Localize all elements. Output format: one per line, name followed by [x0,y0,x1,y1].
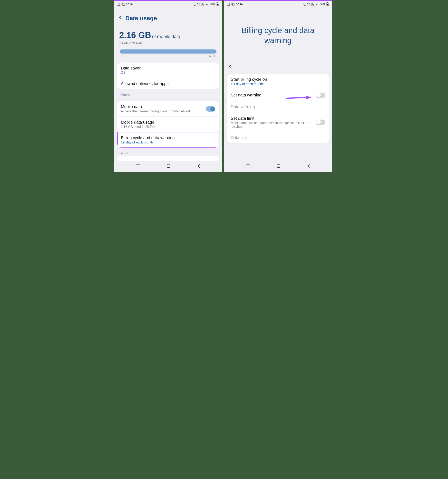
data-limit-label: Data limit [231,135,325,140]
row-data-warning: Data warning [227,101,329,113]
svg-rect-20 [318,3,318,5]
data-saver-label: Data saver [121,66,215,71]
nav-recents[interactable] [136,164,140,169]
battery-icon [217,2,219,6]
data-saver-status: Off [121,71,215,75]
signal-icon [205,3,209,6]
status-bar: 11:53 VoLTE 64% [224,1,332,8]
data-usage-summary: 2.16 GB of mobile data 1 Feb - 29 Feb 0 … [117,22,219,58]
svg-rect-2 [194,3,196,6]
right-screenshot: 11:53 VoLTE 64% Billing [224,0,332,172]
card-data-saver: Data saver Off Allowed networks for apps [117,63,219,89]
set-data-limit-toggle[interactable] [316,120,325,125]
battery-percent: 64% [320,3,325,6]
image-icon [131,3,133,6]
row-set-data-limit[interactable]: Set data limit Mobile data will be pause… [227,113,329,132]
nav-recents[interactable] [245,164,250,169]
svg-rect-28 [277,164,280,167]
battery-percent: 64% [210,3,215,6]
navbar [114,161,222,172]
row-mobile-data-usage[interactable]: Mobile data usage 2.16 GB used 1–29 Feb [117,116,219,132]
page-big-title-area: Billing cycle and data warning [224,8,332,62]
allowed-networks-label: Allowed networks for apps [121,81,215,86]
nav-back[interactable] [307,164,310,169]
battery-icon [326,2,329,6]
billing-cycle-label: Billing cycle and data warning [121,135,215,140]
svg-rect-4 [206,4,207,6]
mobile-data-toggle[interactable] [206,106,215,112]
section-mobile: Mobile [120,93,219,97]
card-billing: Start billing cycle on 1st day of each m… [227,74,329,143]
navbar [224,161,332,172]
mobile-data-usage-label: Mobile data usage [121,120,215,125]
svg-rect-18 [316,4,317,6]
row-billing-cycle[interactable]: Billing cycle and data warning 1st day o… [117,132,219,147]
usage-bar-end: 2.16 GB [204,54,217,58]
svg-rect-13 [167,164,170,167]
card-mobile: Mobile data Access the internet through … [117,101,219,147]
svg-rect-17 [315,5,316,5]
usage-bar-start: 0 B [120,54,125,58]
svg-rect-23 [327,4,328,6]
usage-date-range: 1 Feb - 29 Feb [119,41,217,45]
mobile-data-label: Mobile data [121,104,206,109]
row-data-saver[interactable]: Data saver Off [117,63,219,78]
status-bar: 11:52 VoLTE 64% [114,1,222,8]
row-data-limit: Data limit [227,132,329,143]
nav-home[interactable] [276,164,281,169]
svg-rect-9 [217,4,218,6]
svg-point-15 [241,3,242,4]
status-time: 11:52 [117,3,125,6]
page-big-title: Billing cycle and data warning [228,26,328,46]
volte-icon: VoLTE [311,3,314,6]
data-warning-label: Data warning [231,105,325,109]
svg-rect-5 [207,4,208,5]
wifi-icon [197,3,200,6]
row-start-billing[interactable]: Start billing cycle on 1st day of each m… [227,74,329,89]
svg-rect-19 [317,4,317,5]
image-icon [240,3,243,6]
set-data-limit-sub: Mobile data will be paused when the spec… [231,121,316,128]
back-button[interactable] [228,64,232,70]
usage-progressbar [120,49,217,53]
row-mobile-data[interactable]: Mobile data Access the internet through … [117,101,219,116]
gmail-icon [236,3,239,6]
v-icon [194,3,196,6]
svg-rect-16 [303,3,306,6]
back-button[interactable] [119,15,122,21]
usage-amount: 2.16 GB [119,30,151,40]
nav-back[interactable] [197,164,200,169]
set-data-warning-label: Set data warning [231,93,316,98]
start-billing-sub: 1st day of each month [231,82,325,86]
page-title: Data usage [125,15,157,22]
svg-rect-3 [205,5,206,5]
v-icon [303,3,306,6]
signal-icon [315,3,318,6]
set-data-warning-toggle[interactable] [316,93,325,98]
section-wifi: Wi-Fi [120,151,219,155]
start-billing-label: Start billing cycle on [231,77,325,82]
row-set-data-warning[interactable]: Set data warning [227,89,329,101]
left-screenshot: 11:52 VoLTE 64% [114,0,222,172]
row-allowed-networks[interactable]: Allowed networks for apps [117,78,219,89]
billing-cycle-sub: 1st day of each month [121,141,215,144]
gmail-icon [126,3,129,6]
set-data-limit-label: Set data limit [231,116,316,121]
wifi-icon [307,3,310,6]
status-time: 11:53 [227,3,235,6]
svg-point-1 [131,3,132,4]
mobile-data-usage-sub: 2.16 GB used 1–29 Feb [121,125,215,129]
card-wifi-peek [117,156,219,161]
header: Data usage [114,8,222,22]
volte-icon: VoLTE [201,3,204,6]
svg-rect-6 [208,3,208,5]
usage-suffix: of mobile data [152,34,180,39]
nav-home[interactable] [166,164,171,169]
mobile-data-sub: Access the internet through your mobile … [121,110,206,113]
